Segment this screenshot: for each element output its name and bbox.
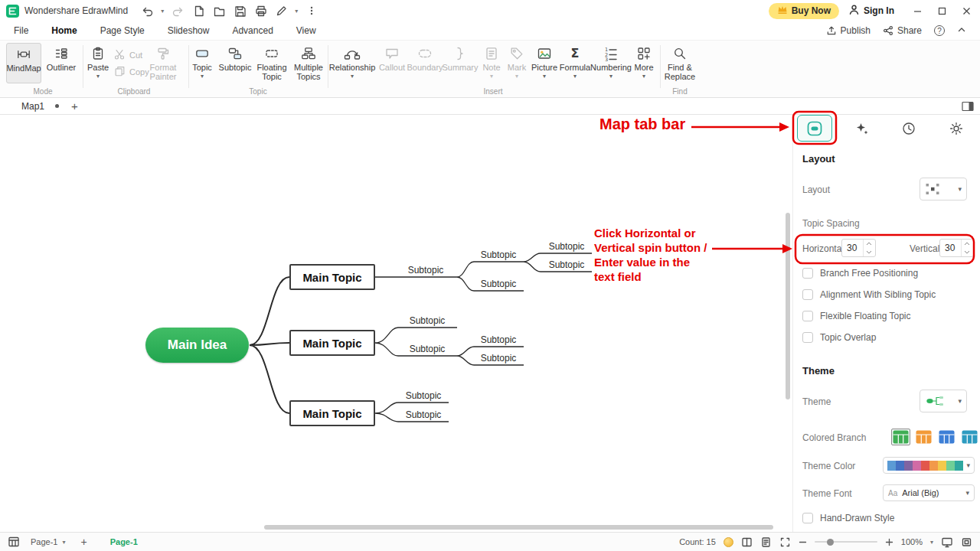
maximize-button[interactable] [933, 2, 951, 19]
panel-tab-style[interactable] [797, 115, 832, 142]
spin-down-icon[interactable] [864, 248, 874, 256]
menu-page-style[interactable]: Page Style [100, 25, 145, 36]
node-subtopic[interactable]: Subtopic [540, 241, 593, 252]
node-subtopic[interactable]: Subtopic [540, 259, 593, 270]
checkbox-flexible-floating[interactable]: Flexible Floating Topic [802, 311, 911, 321]
publish-button[interactable]: Publish [826, 25, 871, 36]
vertical-scrollbar[interactable] [786, 213, 790, 399]
colored-branch-orange[interactable] [914, 429, 933, 445]
sign-in-button[interactable]: Sign In [848, 4, 894, 18]
node-subtopic[interactable]: Subtopic [472, 249, 525, 260]
subtopic-button[interactable]: Subtopic [217, 44, 253, 72]
layout-dropdown[interactable]: ▾ [920, 178, 967, 201]
buy-now-button[interactable]: Buy Now [769, 3, 839, 19]
format-painter-button[interactable]: Format Painter [144, 44, 182, 81]
mark-button[interactable]: Mark ▾ [505, 44, 528, 80]
help-icon[interactable]: ? [934, 25, 945, 36]
mindmap-canvas[interactable]: Main Idea Main Topic Main Topic Main Top… [0, 115, 792, 532]
theme-color-dropdown[interactable]: ▾ [883, 457, 975, 474]
more-button[interactable]: More ▾ [632, 44, 655, 80]
spin-down-icon[interactable] [962, 248, 972, 256]
page-selector[interactable]: Page-1 [31, 537, 57, 546]
panel-tab-settings[interactable] [946, 118, 967, 139]
multiple-topics-button[interactable]: Multiple Topics [291, 44, 326, 81]
fit-map-icon[interactable] [779, 536, 791, 548]
edit-dropdown-caret-icon[interactable]: ▾ [295, 8, 298, 15]
zoom-caret-icon[interactable]: ▾ [930, 539, 933, 546]
toggle-panel-icon[interactable] [962, 101, 974, 112]
new-tab-button[interactable]: + [71, 101, 78, 112]
zoom-knob[interactable] [827, 539, 834, 546]
checkbox-branch-free-positioning[interactable]: Branch Free Positioning [802, 268, 918, 279]
collapse-ribbon-icon[interactable] [957, 25, 966, 37]
vertical-value-input[interactable] [940, 240, 961, 256]
node-main-topic-2[interactable]: Main Topic [289, 330, 375, 356]
zoom-value[interactable]: 100% [901, 537, 923, 546]
panel-tab-history[interactable] [898, 118, 920, 139]
node-main-idea[interactable]: Main Idea [145, 328, 249, 363]
numbering-button[interactable]: 123 Numbering ▾ [593, 44, 629, 80]
slide-view-icon[interactable] [760, 536, 772, 548]
points-coin-icon[interactable] [724, 537, 733, 547]
print-icon[interactable] [253, 4, 267, 18]
node-subtopic[interactable]: Subtopic [400, 315, 454, 326]
callout-button[interactable]: Callout [378, 44, 406, 72]
undo-icon[interactable] [140, 4, 154, 18]
node-subtopic[interactable]: Subtopic [472, 353, 525, 364]
node-subtopic[interactable]: Subtopic [399, 265, 452, 276]
node-subtopic[interactable]: Subtopic [472, 279, 525, 289]
page-selector-caret-icon[interactable]: ▾ [62, 539, 65, 546]
note-button[interactable]: Note ▾ [481, 44, 502, 80]
menu-advanced[interactable]: Advanced [232, 25, 273, 36]
boundary-button[interactable]: Boundary [409, 44, 441, 72]
floating-topic-button[interactable]: Floating Topic [256, 44, 288, 81]
colored-branch-green[interactable] [891, 429, 910, 445]
summary-button[interactable]: Summary [444, 44, 476, 72]
new-file-icon[interactable] [191, 4, 205, 18]
picture-button[interactable]: Picture ▾ [531, 44, 557, 80]
formula-button[interactable]: Σ Formula ▾ [560, 44, 590, 80]
horizontal-spinner[interactable] [841, 239, 876, 257]
spin-up-icon[interactable] [864, 240, 874, 248]
colored-branch-blue[interactable] [937, 429, 956, 445]
spin-up-icon[interactable] [962, 240, 972, 248]
open-folder-icon[interactable] [212, 4, 226, 18]
menu-view[interactable]: View [296, 25, 316, 36]
node-subtopic[interactable]: Subtopic [400, 344, 454, 354]
active-page-tab[interactable]: Page-1 [110, 537, 138, 546]
panel-tab-ai[interactable] [851, 118, 873, 139]
node-subtopic[interactable]: Subtopic [472, 334, 525, 345]
checkbox-alignment-sibling[interactable]: Alignment With Sibling Topic [802, 289, 936, 300]
redo-icon[interactable] [171, 4, 185, 18]
zoom-out-icon[interactable] [799, 538, 807, 546]
more-options-icon[interactable] [305, 4, 318, 18]
minimize-button[interactable] [908, 2, 926, 19]
split-view-icon[interactable] [741, 536, 753, 548]
add-page-button[interactable]: + [81, 536, 87, 548]
relationship-button[interactable]: Relationship ▾ [331, 44, 374, 80]
node-main-topic-1[interactable]: Main Topic [289, 264, 375, 290]
paste-button[interactable]: Paste ▾ [84, 44, 112, 80]
share-button[interactable]: Share [883, 25, 922, 36]
pages-grid-icon[interactable] [8, 536, 20, 548]
find-replace-button[interactable]: Find & Replace [662, 44, 698, 81]
mindmap-mode-button[interactable]: MindMap [6, 43, 41, 83]
undo-dropdown-caret-icon[interactable]: ▾ [161, 8, 164, 15]
node-subtopic[interactable]: Subtopic [397, 409, 450, 420]
node-subtopic[interactable]: Subtopic [397, 390, 450, 401]
zoom-in-icon[interactable] [885, 538, 893, 546]
topic-button[interactable]: Topic ▾ [190, 44, 214, 80]
horizontal-scrollbar[interactable] [264, 525, 773, 530]
colored-branch-teal[interactable] [960, 429, 979, 445]
menu-file[interactable]: File [14, 25, 28, 36]
fullscreen-icon[interactable] [961, 536, 972, 548]
edit-pen-icon[interactable] [274, 4, 288, 18]
cut-button[interactable]: Cut [113, 48, 142, 62]
tab-map1[interactable]: Map1 [21, 101, 44, 112]
close-button[interactable] [957, 2, 975, 19]
vertical-spinner[interactable] [939, 239, 974, 257]
zoom-slider[interactable] [815, 536, 877, 547]
presentation-icon[interactable] [941, 536, 953, 548]
theme-font-dropdown[interactable]: Aa Arial (Big) ▾ [883, 484, 975, 501]
menu-slideshow[interactable]: Slideshow [168, 25, 210, 36]
